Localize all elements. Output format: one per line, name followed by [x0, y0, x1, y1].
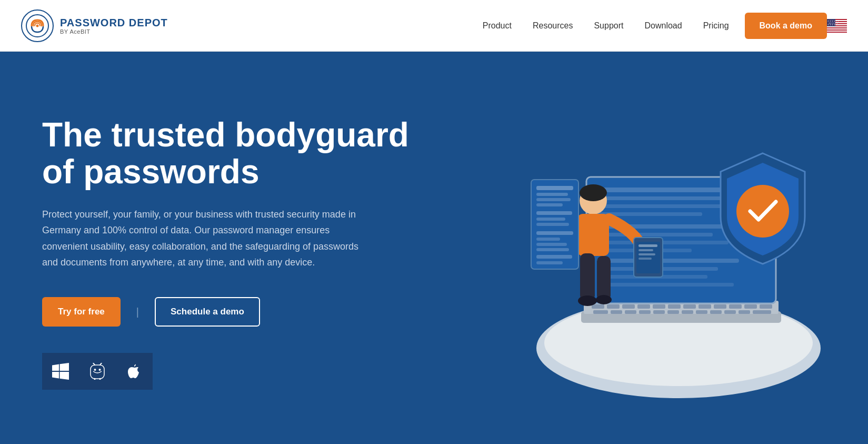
svg-point-62: [580, 184, 607, 201]
android-platform-icon[interactable]: [79, 353, 116, 390]
svg-rect-48: [593, 310, 608, 314]
android-icon: [89, 363, 106, 380]
button-divider: |: [136, 306, 139, 318]
svg-point-13: [94, 369, 96, 371]
svg-rect-35: [597, 283, 734, 287]
nav-links: Product Resources Support Download Prici…: [483, 21, 729, 31]
logo[interactable]: PASSWORD DEPOT BY AceBIT: [21, 9, 168, 42]
svg-rect-81: [536, 223, 569, 226]
svg-rect-47: [760, 304, 772, 309]
nav-pricing[interactable]: Pricing: [703, 21, 729, 31]
svg-rect-79: [536, 211, 572, 215]
svg-point-60: [736, 185, 789, 238]
hero-illustration: [457, 52, 868, 444]
svg-rect-38: [622, 304, 635, 309]
svg-rect-85: [536, 248, 569, 251]
svg-rect-82: [536, 231, 573, 235]
svg-line-16: [100, 363, 102, 365]
svg-rect-58: [739, 310, 750, 314]
svg-rect-41: [668, 304, 681, 309]
svg-rect-68: [638, 253, 655, 255]
schedule-demo-button[interactable]: Schedule a demo: [155, 297, 260, 327]
logo-text: PASSWORD DEPOT BY AceBIT: [60, 17, 168, 35]
svg-rect-66: [638, 244, 657, 247]
logo-icon: [21, 9, 54, 42]
svg-rect-56: [710, 310, 722, 314]
svg-rect-44: [714, 304, 726, 309]
svg-rect-75: [536, 186, 573, 190]
svg-rect-37: [607, 304, 620, 309]
windows-icon: [52, 363, 69, 380]
svg-rect-69: [638, 258, 652, 260]
hero-buttons: Try for free | Schedule a demo: [42, 297, 411, 327]
windows-platform-icon[interactable]: [42, 353, 79, 390]
hero-title: The trusted bodyguard of passwords: [42, 116, 411, 191]
try-free-button[interactable]: Try for free: [42, 297, 121, 327]
svg-rect-29: [597, 233, 713, 236]
hero-section: The trusted bodyguard of passwords Prote…: [0, 52, 868, 444]
svg-rect-53: [667, 310, 679, 314]
svg-rect-70: [580, 253, 595, 301]
nav-product[interactable]: Product: [483, 21, 512, 31]
svg-rect-76: [536, 193, 568, 196]
svg-point-14: [99, 369, 101, 371]
svg-rect-36: [592, 304, 604, 309]
svg-point-72: [578, 295, 597, 306]
svg-rect-71: [597, 256, 611, 301]
nav-resources[interactable]: Resources: [533, 21, 573, 31]
svg-rect-7: [827, 28, 847, 29]
svg-rect-25: [597, 196, 723, 200]
svg-rect-6: [827, 26, 847, 27]
svg-rect-78: [536, 203, 563, 206]
language-flag-icon[interactable]: ★ ★ ★ ★ ★ ★ ★ ★ ★ ★ ★ ★ ★ ★ ★ ★ ★: [827, 19, 847, 33]
svg-rect-40: [653, 304, 665, 309]
svg-rect-77: [536, 198, 571, 201]
apple-platform-icon[interactable]: [116, 353, 153, 390]
svg-rect-83: [536, 238, 560, 241]
svg-rect-52: [653, 310, 665, 314]
svg-rect-42: [683, 304, 696, 309]
platform-icons: [42, 353, 411, 390]
apple-icon: [126, 363, 143, 380]
nav-support[interactable]: Support: [594, 21, 623, 31]
svg-rect-54: [682, 310, 693, 314]
svg-rect-57: [724, 310, 736, 314]
brand-name: PASSWORD DEPOT: [60, 17, 168, 28]
svg-rect-43: [699, 304, 711, 309]
svg-rect-51: [639, 310, 651, 314]
navbar: PASSWORD DEPOT BY AceBIT Product Resourc…: [0, 0, 868, 52]
svg-rect-8: [827, 31, 847, 32]
svg-rect-80: [536, 218, 565, 221]
nav-download[interactable]: Download: [644, 21, 682, 31]
svg-rect-59: [753, 310, 771, 314]
svg-point-73: [596, 295, 612, 304]
svg-rect-46: [744, 304, 757, 309]
svg-rect-87: [536, 261, 563, 264]
svg-rect-32: [597, 259, 739, 263]
svg-rect-55: [696, 310, 707, 314]
svg-rect-45: [729, 304, 742, 309]
svg-rect-50: [625, 310, 636, 314]
svg-text:★ ★ ★ ★ ★ ★: ★ ★ ★ ★ ★ ★: [827, 24, 839, 26]
svg-rect-84: [536, 243, 567, 246]
svg-rect-86: [536, 255, 572, 259]
hero-content: The trusted bodyguard of passwords Prote…: [42, 116, 411, 390]
brand-tagline: BY AceBIT: [60, 28, 168, 35]
hero-illustration-svg: [478, 69, 847, 427]
hero-description: Protect yourself, your family, or your b…: [42, 206, 368, 271]
svg-rect-49: [611, 310, 622, 314]
svg-rect-39: [637, 304, 650, 309]
book-demo-button[interactable]: Book a demo: [745, 13, 827, 39]
svg-point-1: [36, 24, 39, 27]
svg-rect-26: [597, 204, 734, 208]
svg-rect-67: [638, 249, 653, 251]
svg-line-15: [93, 363, 95, 365]
